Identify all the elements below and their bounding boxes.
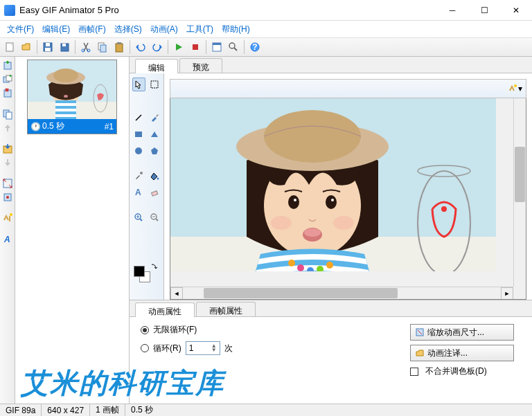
circle-tool-icon[interactable] <box>132 144 145 158</box>
minimize-button[interactable]: ─ <box>436 0 468 21</box>
loop-count-input[interactable]: 1▲▼ <box>186 341 220 355</box>
paste-icon[interactable] <box>112 39 127 55</box>
svg-line-55 <box>156 219 158 221</box>
cut-icon[interactable] <box>78 39 94 55</box>
resize-animation-button[interactable]: 缩放动画尺寸... <box>410 324 514 341</box>
menu-select[interactable]: 选择(S) <box>110 22 146 37</box>
svg-point-74 <box>326 262 333 269</box>
svg-rect-44 <box>151 81 158 88</box>
help-icon[interactable]: ? <box>247 39 263 55</box>
brush-tool-icon[interactable] <box>148 111 161 125</box>
browser-icon[interactable] <box>209 39 224 55</box>
save-as-icon[interactable] <box>57 39 72 55</box>
text-tool-icon: A <box>132 186 145 199</box>
svg-point-70 <box>288 260 295 266</box>
add-frame-icon[interactable] <box>1 60 14 72</box>
move-up-icon[interactable] <box>1 122 14 134</box>
checkbox-no-merge-palette[interactable] <box>410 368 418 376</box>
svg-point-40 <box>60 88 62 91</box>
svg-point-67 <box>304 228 321 237</box>
svg-rect-11 <box>117 42 121 44</box>
eyedropper-tool-icon[interactable] <box>132 169 145 183</box>
svg-point-63 <box>326 195 337 209</box>
loop-options: 无限循环(F) 循环(R) 1▲▼ 次 <box>141 324 233 383</box>
search-icon[interactable] <box>226 39 241 55</box>
move-down-icon[interactable] <box>1 156 14 169</box>
play-icon[interactable] <box>171 39 186 55</box>
tab-preview[interactable]: 预览 <box>179 58 222 73</box>
new-icon[interactable] <box>2 39 17 55</box>
label-loop-count: 循环(R) <box>153 343 181 354</box>
insert-frame-icon[interactable] <box>1 73 14 86</box>
vertical-scrollbar[interactable] <box>513 98 526 287</box>
rect-tool-icon[interactable] <box>132 127 145 141</box>
menu-file[interactable]: 文件(F) <box>3 22 38 37</box>
menu-help[interactable]: 帮助(H) <box>218 22 254 37</box>
delete-frame-icon[interactable] <box>1 87 14 100</box>
resize-icon[interactable] <box>1 177 14 190</box>
horizontal-scrollbar[interactable]: ◄ ► <box>170 287 513 299</box>
menu-frame[interactable]: 画帧(F) <box>74 22 109 37</box>
line-tool-icon[interactable] <box>132 111 145 125</box>
crop-icon[interactable] <box>1 191 14 204</box>
save-icon[interactable] <box>40 39 55 55</box>
status-dimensions: 640 x 427 <box>42 404 90 416</box>
zoom-out-tool-icon[interactable] <box>148 210 161 224</box>
zoom-in-tool-icon[interactable] <box>132 210 145 224</box>
maximize-button[interactable]: ☐ <box>468 0 500 21</box>
svg-rect-3 <box>45 48 51 51</box>
scroll-left-icon[interactable]: ◄ <box>170 287 183 300</box>
fill-tool-icon[interactable] <box>148 169 161 183</box>
svg-point-65 <box>331 199 334 201</box>
effects-icon[interactable] <box>1 212 14 224</box>
redo-icon[interactable] <box>150 39 165 55</box>
menu-tool[interactable]: 工具(T) <box>182 22 218 37</box>
svg-point-29 <box>10 213 12 216</box>
tab-frame-props[interactable]: 画帧属性 <box>196 302 256 316</box>
duplicate-frame-icon[interactable] <box>1 108 14 120</box>
left-toolbar: A <box>0 57 15 404</box>
main-toolbar: ? <box>0 37 532 57</box>
canvas-image <box>170 98 496 271</box>
svg-point-56 <box>514 84 517 87</box>
open-icon[interactable] <box>19 39 34 55</box>
action-buttons: 缩放动画尺寸... 动画注译... 不合并调色板(D) <box>410 324 514 383</box>
tab-anim-props[interactable]: 动画属性 <box>135 302 195 317</box>
frame-thumbnail[interactable]: 🕐 0.5 秒 #1 <box>27 60 117 134</box>
canvas[interactable]: ◄ ► <box>170 98 526 300</box>
svg-rect-51 <box>151 191 157 196</box>
svg-point-15 <box>229 43 235 48</box>
pointer-tool-icon[interactable] <box>132 78 145 91</box>
svg-rect-2 <box>46 43 50 46</box>
color-swatches[interactable] <box>132 263 161 296</box>
radio-loop-count[interactable] <box>141 344 149 352</box>
svg-point-71 <box>297 264 304 271</box>
close-button[interactable]: ✕ <box>500 0 532 21</box>
svg-point-78 <box>441 206 447 212</box>
menu-edit[interactable]: 编辑(E) <box>38 22 74 37</box>
svg-rect-10 <box>116 44 123 52</box>
undo-icon[interactable] <box>133 39 148 55</box>
text-icon[interactable]: A <box>1 233 14 245</box>
svg-line-53 <box>140 219 142 221</box>
foreground-color[interactable] <box>134 266 145 277</box>
tab-edit[interactable]: 编辑 <box>135 59 178 73</box>
svg-rect-14 <box>213 43 221 45</box>
animation-comment-button[interactable]: 动画注译... <box>410 345 514 361</box>
eraser-tool-icon[interactable] <box>148 186 161 199</box>
polygon-tool-icon[interactable] <box>148 144 161 158</box>
svg-point-68 <box>271 216 292 230</box>
scroll-right-icon[interactable]: ► <box>501 287 513 300</box>
frame-list: 🕐 0.5 秒 #1 <box>15 57 130 404</box>
svg-point-48 <box>140 172 143 174</box>
thumbnail-image <box>28 60 116 119</box>
effects-dropdown-icon[interactable]: ▾ <box>507 81 522 96</box>
radio-infinite-loop[interactable] <box>141 326 149 334</box>
import-icon[interactable] <box>1 143 14 155</box>
svg-rect-24 <box>6 112 12 119</box>
triangle-tool-icon[interactable] <box>148 127 161 141</box>
stop-icon[interactable] <box>188 39 203 55</box>
copy-icon[interactable] <box>95 39 110 55</box>
marquee-tool-icon[interactable] <box>148 78 161 91</box>
menu-animation[interactable]: 动画(A) <box>146 22 182 37</box>
